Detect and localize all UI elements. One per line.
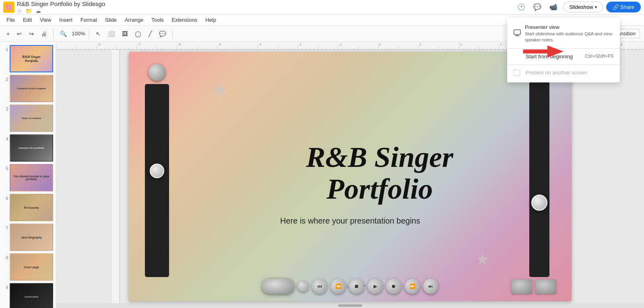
top-knob[interactable]	[149, 64, 165, 81]
star-icon[interactable]: ☆	[17, 8, 22, 14]
doc-title[interactable]: R&B Singer Portfolio by Slidesgo	[17, 0, 105, 7]
cloud-icon[interactable]: ☁	[35, 8, 41, 14]
slide-thumb-9[interactable]: 9Concert photo	[2, 283, 54, 308]
svg-rect-185	[523, 49, 548, 53]
menu-format[interactable]: Format	[77, 16, 100, 24]
svg-rect-0	[6, 4, 8, 10]
svg-marker-179	[212, 82, 227, 97]
slider-knob-right[interactable]	[531, 195, 547, 211]
slide-number-7: 7	[2, 224, 8, 230]
slider-track-left[interactable]	[145, 84, 169, 277]
slide-thumb-1[interactable]: 1R&B SingerPortfolio	[2, 45, 54, 72]
svg-rect-1	[9, 4, 11, 10]
menu-view[interactable]: View	[37, 16, 54, 24]
big-knob[interactable]	[262, 279, 294, 294]
presenter-view-desc: Start slideshow with audience Q&A and vi…	[525, 31, 613, 43]
slide-number-3: 3	[2, 105, 8, 111]
slider-track-right[interactable]	[529, 82, 549, 277]
svg-text:8: 8	[621, 43, 623, 46]
slide-thumb-3[interactable]: 3Table of contents	[2, 105, 54, 132]
share-icon: 🔗	[613, 4, 621, 10]
meeting-button[interactable]: 📹	[547, 2, 560, 12]
menu-tools[interactable]: Tools	[148, 16, 167, 24]
menu-insert[interactable]: Insert	[56, 16, 76, 24]
transport-dial-small[interactable]	[297, 281, 309, 292]
slide-number-6: 6	[2, 194, 8, 201]
menu-extensions[interactable]: Extensions	[169, 16, 201, 24]
slide-subtitle[interactable]: Here is where your presentation begins	[280, 216, 420, 226]
transport-play[interactable]: ▶	[367, 279, 383, 294]
app-logo: R&B Singer Portfolio by Slidesgo ☆ 📁 ☁	[3, 0, 105, 14]
slides-panel: 1R&B SingerPortfolio2Contents of this te…	[0, 42, 56, 308]
menu-slide[interactable]: Slide	[102, 16, 120, 24]
slide-thumb-6[interactable]: 6RI Kusuma	[2, 194, 54, 221]
history-button[interactable]: 🕐	[515, 2, 528, 12]
transport-prev[interactable]: ⏮	[312, 279, 327, 294]
svg-text:4: 4	[500, 43, 502, 46]
line-tool[interactable]: ╱	[146, 29, 154, 39]
slide-thumb-5[interactable]: 5You should include in your portfolio	[2, 164, 54, 191]
image-tool[interactable]: 🖼	[120, 29, 130, 39]
transport-back[interactable]: ⏪	[330, 279, 346, 294]
doc-icons: ☆ 📁 ☁	[17, 8, 105, 14]
topbar: R&B Singer Portfolio by Slidesgo ☆ 📁 ☁ 🕐…	[0, 0, 644, 14]
screen-icon-2[interactable]	[535, 279, 556, 294]
comment-tool[interactable]: 💬	[157, 29, 168, 39]
slideshow-label: Slideshow	[569, 4, 593, 10]
share-button[interactable]: 🔗 Share	[606, 2, 641, 12]
slide-image-4: Contents of a portfolio	[10, 134, 53, 162]
folder-icon[interactable]: 📁	[25, 8, 32, 14]
menu-edit[interactable]: Edit	[20, 16, 35, 24]
add-slide-button[interactable]: +	[4, 29, 12, 39]
slide-thumb-4[interactable]: 4Contents of a portfolio	[2, 134, 54, 162]
bottom-scrollbar[interactable]	[56, 303, 644, 308]
transport-next[interactable]: ⏭	[423, 279, 438, 294]
toolbar-separator	[53, 29, 54, 39]
slide-image-6: RI Kusuma	[10, 194, 53, 221]
slide-image-9: Concert photo	[10, 283, 53, 308]
zoom-button[interactable]: 🔍	[58, 29, 69, 39]
slide-image-1: R&B SingerPortfolio	[10, 45, 53, 72]
slide-image-2: Contents of this template	[10, 75, 53, 102]
slide-thumb-7[interactable]: 7Jane biography	[2, 224, 54, 251]
comments-button[interactable]: 💬	[531, 2, 544, 12]
slide-thumb-2[interactable]: 2Contents of this template	[2, 75, 54, 102]
svg-text:-6: -6	[178, 43, 181, 46]
svg-text:1: 1	[419, 43, 421, 46]
transport-fwd[interactable]: ⏩	[405, 279, 420, 294]
slide-wrapper: R&B Singer Portfolio Here is where your …	[56, 50, 644, 303]
undo-button[interactable]: ↩	[14, 29, 24, 39]
slide-title-line1: R&B Singer	[306, 141, 453, 173]
present-other-label: Present on another screen	[526, 70, 587, 76]
right-slider-container	[529, 82, 549, 277]
menu-arrange[interactable]: Arrange	[122, 16, 147, 24]
presenter-view-item[interactable]: Presenter view Start slideshow with audi…	[507, 21, 620, 47]
slideshow-button[interactable]: Slideshow ▾	[563, 2, 603, 12]
slide-image-5: You should include in your portfolio	[10, 164, 53, 191]
screen-icon-1[interactable]	[511, 279, 532, 294]
shape-tool[interactable]: ⬜	[105, 29, 117, 39]
slide-thumb-8[interactable]: 8Cover page	[2, 253, 54, 281]
transport-record[interactable]: ⏺	[386, 279, 401, 294]
slide-canvas-thumb-6: RI Kusuma	[10, 195, 52, 220]
menu-file[interactable]: File	[3, 16, 18, 24]
red-arrow-indicator	[523, 43, 564, 61]
slide-title[interactable]: R&B Singer Portfolio	[306, 142, 453, 205]
slider-container	[145, 84, 169, 277]
slide-canvas[interactable]: R&B Singer Portfolio Here is where your …	[129, 52, 572, 301]
slide-number-1: 1	[2, 45, 8, 52]
shapes-tool[interactable]: ◯	[132, 29, 144, 39]
transport-stop[interactable]: ⏹	[349, 279, 364, 294]
present-other-item[interactable]: Present on another screen	[507, 66, 620, 79]
menu-help[interactable]: Help	[202, 16, 219, 24]
cursor-tool[interactable]: ↖	[93, 29, 103, 39]
redo-button[interactable]: ↪	[27, 29, 36, 39]
star-large	[209, 80, 229, 101]
right-slider-assembly	[520, 64, 559, 277]
svg-text:-9: -9	[97, 43, 101, 46]
slider-knob-left[interactable]	[150, 164, 164, 178]
svg-text:-2: -2	[299, 43, 302, 46]
slide-canvas-thumb-4: Contents of a portfolio	[10, 135, 52, 161]
screen-icons	[511, 279, 556, 294]
print-button[interactable]: 🖨	[39, 29, 49, 39]
